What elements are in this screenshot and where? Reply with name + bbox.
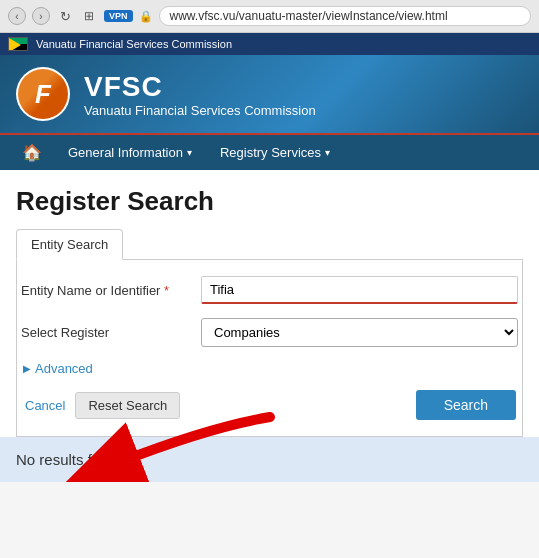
select-register-row: Select Register Companies Businesses Ass… [21, 318, 518, 347]
nav-general-information-label: General Information [68, 145, 183, 160]
reset-search-button[interactable]: Reset Search [75, 392, 180, 419]
top-bar: Vanuatu Financial Services Commission [0, 33, 539, 55]
left-buttons: Cancel Reset Search [23, 392, 180, 419]
reload-button[interactable]: ↻ [56, 7, 74, 25]
logo-letter: F [35, 79, 51, 110]
tab-entity-search[interactable]: Entity Search [16, 229, 123, 260]
nav-registry-services-label: Registry Services [220, 145, 321, 160]
logo-inner: F [18, 69, 68, 119]
site-abbr: VFSC [84, 71, 316, 103]
nav-registry-services[interactable]: Registry Services ▾ [206, 137, 344, 168]
logo: F [16, 67, 70, 121]
tab-bar: Entity Search [16, 229, 523, 260]
required-indicator: * [164, 283, 169, 298]
back-button[interactable]: ‹ [8, 7, 26, 25]
page-title: Register Search [16, 186, 523, 217]
button-row: Cancel Reset Search Search [21, 390, 518, 420]
entity-name-row: Entity Name or Identifier * [21, 276, 518, 304]
results-area: No results found [0, 437, 539, 482]
url-bar[interactable]: www.vfsc.vu/vanuatu-master/viewInstance/… [159, 6, 531, 26]
site-title-block: VFSC Vanuatu Financial Services Commissi… [84, 71, 316, 118]
main-content: Register Search Entity Search Entity Nam… [0, 170, 539, 437]
select-register-label: Select Register [21, 325, 191, 340]
vpn-badge: VPN [104, 10, 133, 22]
search-button[interactable]: Search [416, 390, 516, 420]
triangle-icon: ▶ [23, 363, 31, 374]
site-header: F VFSC Vanuatu Financial Services Commis… [0, 55, 539, 133]
advanced-label: Advanced [35, 361, 93, 376]
advanced-toggle[interactable]: ▶ Advanced [21, 361, 518, 376]
flag-icon [8, 37, 28, 51]
cancel-button[interactable]: Cancel [23, 394, 67, 417]
entity-name-label: Entity Name or Identifier * [21, 283, 191, 298]
form-section: Entity Name or Identifier * Select Regis… [16, 260, 523, 437]
entity-name-input[interactable] [201, 276, 518, 304]
results-section: No results found [0, 437, 539, 482]
home-button[interactable]: 🏠 [10, 135, 54, 170]
browser-chrome: ‹ › ↻ ⊞ VPN 🔒 www.vfsc.vu/vanuatu-master… [0, 0, 539, 33]
org-name: Vanuatu Financial Services Commission [36, 38, 232, 50]
chevron-down-icon-2: ▾ [325, 147, 330, 158]
site-full-name: Vanuatu Financial Services Commission [84, 103, 316, 118]
nav-general-information[interactable]: General Information ▾ [54, 137, 206, 168]
no-results-text: No results found [16, 451, 523, 468]
chevron-down-icon: ▾ [187, 147, 192, 158]
select-register-dropdown[interactable]: Companies Businesses Associations Trusts [201, 318, 518, 347]
grid-button[interactable]: ⊞ [80, 7, 98, 25]
main-nav: 🏠 General Information ▾ Registry Service… [0, 133, 539, 170]
lock-icon: 🔒 [139, 10, 153, 23]
forward-button[interactable]: › [32, 7, 50, 25]
